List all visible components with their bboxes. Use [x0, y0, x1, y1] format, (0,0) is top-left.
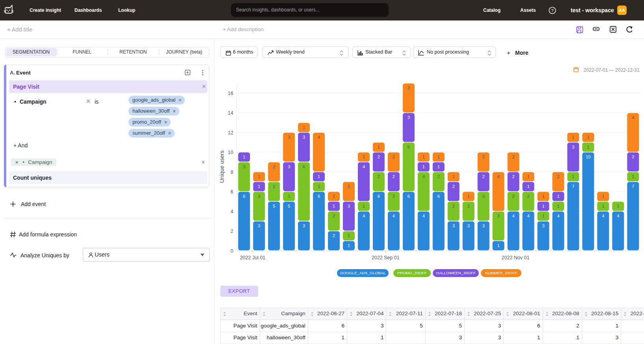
- svg-text:2022 Sep 01: 2022 Sep 01: [372, 255, 400, 260]
- svg-text:2: 2: [273, 184, 275, 189]
- svg-text:1: 1: [437, 154, 440, 159]
- svg-text:1: 1: [288, 194, 290, 199]
- svg-text:4: 4: [393, 214, 395, 218]
- svg-text:1: 1: [572, 135, 574, 139]
- svg-text:2: 2: [512, 154, 515, 159]
- svg-text:6: 6: [318, 194, 320, 199]
- svg-text:2: 2: [482, 174, 485, 179]
- svg-text:1: 1: [557, 204, 559, 208]
- svg-text:7: 7: [572, 184, 574, 189]
- svg-text:2: 2: [333, 214, 335, 218]
- svg-text:3: 3: [258, 223, 260, 228]
- svg-text:1: 1: [587, 135, 589, 139]
- svg-text:3: 3: [452, 223, 455, 228]
- svg-text:2: 2: [437, 174, 440, 179]
- svg-text:2: 2: [348, 184, 350, 189]
- svg-text:6: 6: [231, 189, 233, 195]
- svg-text:6: 6: [437, 194, 440, 199]
- svg-text:6: 6: [243, 194, 245, 199]
- svg-text:3: 3: [482, 194, 485, 199]
- svg-text:4: 4: [557, 214, 559, 218]
- svg-text:2: 2: [378, 174, 380, 179]
- svg-text:4: 4: [318, 135, 320, 139]
- svg-text:3: 3: [303, 135, 305, 139]
- svg-text:3: 3: [408, 86, 410, 90]
- svg-text:4: 4: [363, 164, 365, 169]
- svg-text:2: 2: [393, 174, 395, 179]
- svg-text:1: 1: [542, 194, 544, 199]
- svg-text:3: 3: [303, 223, 305, 228]
- svg-text:2: 2: [482, 154, 485, 159]
- svg-text:4: 4: [231, 209, 233, 214]
- svg-text:4: 4: [602, 214, 604, 218]
- svg-text:2: 2: [512, 194, 515, 199]
- svg-text:1: 1: [602, 204, 604, 208]
- svg-text:7: 7: [632, 184, 634, 189]
- svg-text:1: 1: [572, 174, 574, 179]
- svg-text:2: 2: [378, 154, 380, 159]
- svg-text:5: 5: [288, 204, 290, 208]
- svg-text:3: 3: [497, 214, 500, 218]
- svg-text:4: 4: [423, 174, 425, 179]
- svg-text:3: 3: [572, 145, 574, 149]
- svg-text:1: 1: [527, 184, 529, 189]
- svg-text:1: 1: [617, 204, 619, 208]
- svg-text:6: 6: [303, 164, 305, 169]
- svg-text:10: 10: [228, 150, 233, 155]
- svg-text:1: 1: [348, 243, 350, 248]
- svg-text:2: 2: [393, 194, 395, 199]
- svg-text:0: 0: [231, 248, 233, 254]
- svg-text:3: 3: [288, 135, 290, 139]
- svg-text:1: 1: [423, 164, 425, 169]
- svg-text:1: 1: [303, 125, 305, 130]
- svg-text:1: 1: [467, 194, 470, 199]
- svg-text:14: 14: [228, 110, 233, 116]
- svg-text:3: 3: [288, 164, 290, 169]
- svg-text:3: 3: [243, 164, 245, 169]
- svg-text:2: 2: [632, 154, 634, 159]
- svg-text:1: 1: [452, 174, 455, 179]
- svg-text:Unique users: Unique users: [219, 151, 225, 183]
- svg-text:1: 1: [542, 214, 544, 218]
- svg-text:10: 10: [586, 154, 590, 159]
- svg-text:1: 1: [318, 174, 320, 179]
- svg-text:5: 5: [273, 204, 275, 208]
- svg-text:2: 2: [452, 204, 455, 208]
- svg-text:1: 1: [348, 233, 350, 238]
- svg-text:4: 4: [512, 214, 515, 218]
- svg-text:4: 4: [527, 214, 529, 218]
- svg-text:1: 1: [602, 194, 604, 199]
- svg-text:1: 1: [497, 243, 500, 248]
- svg-text:2: 2: [467, 204, 470, 208]
- svg-text:?: ?: [551, 8, 553, 13]
- svg-text:3: 3: [482, 223, 485, 228]
- svg-text:1: 1: [363, 204, 365, 208]
- svg-text:1: 1: [423, 154, 425, 159]
- svg-text:2022 Jul 01: 2022 Jul 01: [240, 255, 266, 260]
- svg-text:4: 4: [423, 214, 425, 218]
- svg-text:1: 1: [632, 174, 634, 179]
- svg-text:1: 1: [258, 184, 260, 189]
- svg-text:1: 1: [258, 174, 260, 179]
- svg-text:4: 4: [632, 115, 634, 120]
- svg-text:1: 1: [587, 145, 589, 149]
- svg-text:2: 2: [527, 194, 529, 199]
- svg-text:5: 5: [408, 145, 410, 149]
- svg-text:1: 1: [243, 154, 245, 159]
- svg-text:2: 2: [273, 164, 275, 169]
- svg-text:1: 1: [527, 174, 529, 179]
- svg-text:2: 2: [393, 154, 395, 159]
- svg-text:16: 16: [228, 91, 233, 96]
- svg-text:2: 2: [231, 229, 233, 234]
- svg-text:2022 Nov 01: 2022 Nov 01: [501, 255, 529, 260]
- svg-text:3: 3: [467, 223, 470, 228]
- svg-text:3: 3: [258, 194, 260, 199]
- svg-text:6: 6: [408, 194, 410, 199]
- svg-text:4: 4: [617, 214, 619, 218]
- svg-text:12: 12: [228, 130, 233, 136]
- svg-text:1: 1: [378, 145, 380, 149]
- svg-text:1: 1: [557, 194, 559, 199]
- svg-text:1: 1: [437, 164, 440, 169]
- svg-text:4: 4: [363, 214, 365, 218]
- svg-text:1: 1: [363, 154, 365, 159]
